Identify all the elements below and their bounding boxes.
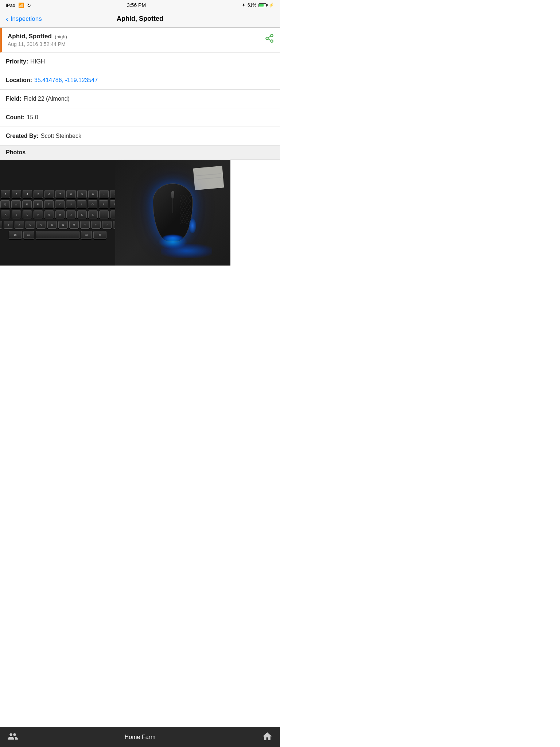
photos-label: Photos — [6, 149, 26, 155]
charging-icon: ⚡ — [269, 3, 274, 8]
field-value: Field 22 (Almond) — [24, 96, 70, 102]
refresh-icon: ↻ — [27, 3, 31, 8]
created-by-row: Created By: Scott Steinbeck — [0, 127, 280, 146]
battery-percent: 61% — [248, 3, 256, 8]
inspection-name: Aphid, Spotted — [8, 33, 52, 40]
photo-keyboard[interactable]: § 123 456 789 0− = del tab Q W E R T Y U… — [0, 160, 115, 266]
location-link[interactable]: 35.414786, -119.123547 — [34, 77, 98, 84]
inspection-date: Aug 11, 2016 3:52:44 PM — [8, 41, 67, 47]
photos-header: Photos — [0, 146, 280, 160]
created-by-label: Created By: — [6, 133, 39, 139]
count-value: 15.0 — [27, 114, 38, 121]
share-icon — [265, 34, 274, 43]
photo-mouse[interactable] — [115, 160, 230, 266]
count-label: Count: — [6, 114, 25, 121]
priority-badge: (high) — [55, 34, 67, 39]
inspection-title: Aphid, Spotted (high) — [8, 33, 67, 40]
back-button[interactable]: ‹ Inspections — [6, 15, 42, 23]
created-by-value: Scott Steinbeck — [41, 133, 81, 139]
location-label: Location: — [6, 77, 32, 84]
share-button[interactable] — [265, 34, 274, 45]
bluetooth-icon: ✷ — [242, 3, 245, 8]
status-right: ✷ 61% ⚡ — [242, 3, 274, 8]
field-label: Field: — [6, 96, 22, 102]
battery-icon — [258, 3, 267, 7]
nav-title: Aphid, Spotted — [117, 15, 163, 23]
status-left: iPad 📶 ↻ — [6, 3, 31, 8]
count-row: Count: 15.0 — [0, 108, 280, 127]
wifi-icon: 📶 — [18, 3, 24, 8]
status-bar: iPad 📶 ↻ 3:56 PM ✷ 61% ⚡ — [0, 0, 280, 10]
device-label: iPad — [6, 3, 15, 8]
field-row: Field: Field 22 (Almond) — [0, 90, 280, 108]
priority-label: Priority: — [6, 58, 28, 65]
back-label: Inspections — [11, 15, 42, 23]
inspection-header: Aphid, Spotted (high) Aug 11, 2016 3:52:… — [0, 28, 280, 53]
priority-row: Priority: HIGH — [0, 53, 280, 71]
photos-grid: § 123 456 789 0− = del tab Q W E R T Y U… — [0, 160, 280, 266]
nav-bar: ‹ Inspections Aphid, Spotted — [0, 10, 280, 28]
priority-value: HIGH — [30, 58, 45, 65]
inspection-header-text: Aphid, Spotted (high) Aug 11, 2016 3:52:… — [8, 33, 67, 47]
status-time: 3:56 PM — [127, 2, 146, 8]
chevron-left-icon: ‹ — [6, 15, 8, 23]
location-row: Location: 35.414786, -119.123547 — [0, 71, 280, 90]
